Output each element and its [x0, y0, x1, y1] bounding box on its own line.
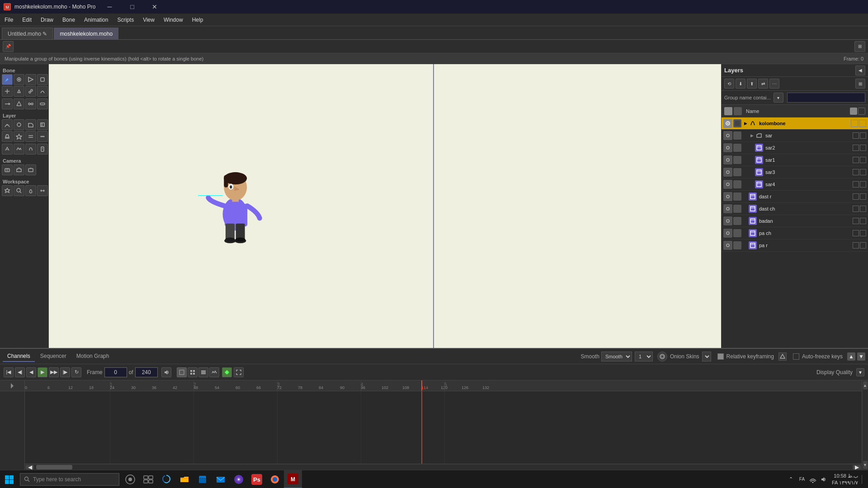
layer-lock-badan[interactable] [860, 218, 866, 224]
layer-tool-1[interactable] [2, 119, 13, 130]
layer-lock-pa-ch[interactable] [860, 230, 866, 236]
scroll-down-btn[interactable]: ▼ [863, 461, 868, 469]
layer-lock-sar1[interactable] [860, 157, 866, 163]
scroll-track[interactable] [34, 465, 853, 469]
layer-check-badan[interactable] [853, 218, 859, 224]
taskbar-task-view[interactable] [139, 470, 157, 488]
layer-check-sar1[interactable] [853, 157, 859, 163]
menu-scripts[interactable]: Scripts [113, 15, 138, 25]
layer-expand-sar[interactable]: ▶ [749, 132, 755, 139]
play-forward-btn[interactable]: ▶▶ [49, 367, 59, 377]
vscroll-track[interactable] [863, 389, 868, 461]
timeline-up-btn[interactable]: ▲ [847, 352, 855, 361]
menu-draw[interactable]: Draw [36, 15, 58, 25]
menu-animation[interactable]: Animation [80, 15, 113, 25]
loop-btn[interactable]: ↻ [71, 367, 81, 377]
play-btn[interactable]: ▶ [38, 367, 47, 377]
layer-tool-9[interactable] [2, 144, 13, 155]
layers-add-btn[interactable]: ⟲ [724, 79, 734, 89]
smooth-value-select[interactable]: 1 2 3 [635, 352, 653, 361]
bone-tool-11[interactable] [25, 99, 36, 109]
fit-btn[interactable] [234, 367, 244, 377]
layer-expand-kolombone[interactable]: ▶ [742, 120, 749, 127]
layer-tool-2[interactable] [14, 119, 24, 130]
display-quality-dropdown[interactable]: ▾ [856, 368, 864, 376]
goto-start-btn[interactable]: |◀ [4, 367, 14, 377]
taskbar-groove[interactable] [230, 470, 248, 488]
tab-untitled[interactable]: Untitled.moho ✎ [2, 28, 53, 39]
taskbar-mail[interactable] [212, 470, 230, 488]
layer-check-sar4[interactable] [853, 181, 859, 188]
tray-chevron[interactable]: ⌃ [787, 475, 796, 484]
menu-view[interactable]: View [138, 15, 159, 25]
minimize-button[interactable]: ─ [99, 0, 120, 14]
taskbar-cortana[interactable] [121, 470, 139, 488]
onion-skins-select[interactable]: ▾ [702, 352, 711, 361]
bone-tool-5[interactable] [2, 86, 13, 97]
frame-total-input[interactable] [135, 367, 158, 377]
camera-tool-1[interactable] [2, 164, 13, 175]
show-desktop-btn[interactable] [862, 475, 864, 484]
layer-lock-sar4[interactable] [860, 181, 866, 188]
timeline-corner-btn[interactable] [8, 382, 16, 390]
layer-row-dast-r[interactable]: dast r [722, 191, 868, 203]
timeline-hscrollbar[interactable]: ◀ ▶ [25, 464, 862, 470]
layer-lock-dast-r[interactable] [860, 193, 866, 200]
layer-tool-7[interactable] [25, 131, 36, 142]
workspace-tool-4[interactable] [37, 185, 48, 196]
layer-row-sar[interactable]: ▶ sar [722, 130, 868, 142]
layer-lock-pa-r[interactable] [860, 242, 866, 249]
close-button[interactable]: ✕ [144, 0, 165, 14]
tab-motion-graph[interactable]: Motion Graph [72, 351, 114, 362]
bone-tool-4[interactable] [37, 74, 48, 85]
workspace-tool-1[interactable] [2, 185, 13, 196]
keyframe-btn[interactable] [222, 367, 232, 377]
layer-row-sar1[interactable]: sar1 [722, 154, 868, 166]
layers-new-btn[interactable]: ⬇ [736, 79, 745, 89]
scroll-left-btn[interactable]: ◀ [26, 465, 34, 469]
workspace-tool-3[interactable] [25, 185, 36, 196]
layer-tool-4[interactable] [37, 119, 48, 130]
tab-channels[interactable]: Channels [3, 351, 35, 362]
scroll-up-btn[interactable]: ▲ [863, 381, 868, 389]
layers-settings-btn[interactable]: ⊞ [855, 79, 865, 89]
layer-tool-10[interactable] [14, 144, 24, 155]
bone-tool-6[interactable] [14, 86, 24, 97]
view-mode-1[interactable] [177, 367, 187, 377]
layers-group-btn[interactable]: ⇄ [758, 79, 768, 89]
toolbar-expand-btn[interactable]: ⊞ [854, 41, 865, 52]
layer-lock-sar[interactable] [860, 132, 866, 139]
menu-bone[interactable]: Bone [58, 15, 80, 25]
bone-tool-3[interactable] [25, 74, 36, 85]
start-button[interactable] [0, 470, 18, 488]
layer-check-sar[interactable] [853, 132, 859, 139]
layer-check-pa-ch[interactable] [853, 230, 859, 236]
timeline-down-btn[interactable]: ▼ [857, 352, 865, 361]
relative-keyframing-checkbox[interactable] [717, 353, 724, 360]
bone-tool-12[interactable] [37, 99, 48, 109]
scroll-thumb[interactable] [36, 465, 72, 469]
tray-language[interactable]: FA [797, 475, 807, 484]
menu-window[interactable]: Window [159, 15, 188, 25]
layer-check-pa-r[interactable] [853, 242, 859, 249]
layer-check-dast-r[interactable] [853, 193, 859, 200]
menu-help[interactable]: Help [188, 15, 208, 25]
taskbar-firefox[interactable] [266, 470, 284, 488]
layer-lock-sar2[interactable] [860, 145, 866, 151]
layer-tool-12[interactable] [37, 144, 48, 155]
layer-row-kolombone[interactable]: ▶ kolombone [722, 117, 868, 130]
taskbar-store[interactable] [193, 470, 212, 488]
menu-edit[interactable]: Edit [18, 15, 36, 25]
bone-tool-7[interactable] [25, 86, 36, 97]
group-filter-dropdown[interactable]: ▾ [774, 93, 783, 103]
play-back-btn[interactable]: ◀ [26, 367, 36, 377]
layers-collapse-btn[interactable]: ◀ [855, 66, 865, 75]
smooth-select[interactable]: Smooth Linear [601, 352, 632, 361]
frame-input[interactable] [104, 367, 127, 377]
camera-tool-3[interactable] [25, 164, 36, 175]
group-filter-input[interactable] [787, 93, 865, 103]
auto-freeze-checkbox[interactable] [793, 353, 799, 360]
step-back-btn[interactable]: ◀| [15, 367, 25, 377]
bone-tool-8[interactable] [37, 86, 48, 97]
canvas-area[interactable] [49, 64, 721, 348]
